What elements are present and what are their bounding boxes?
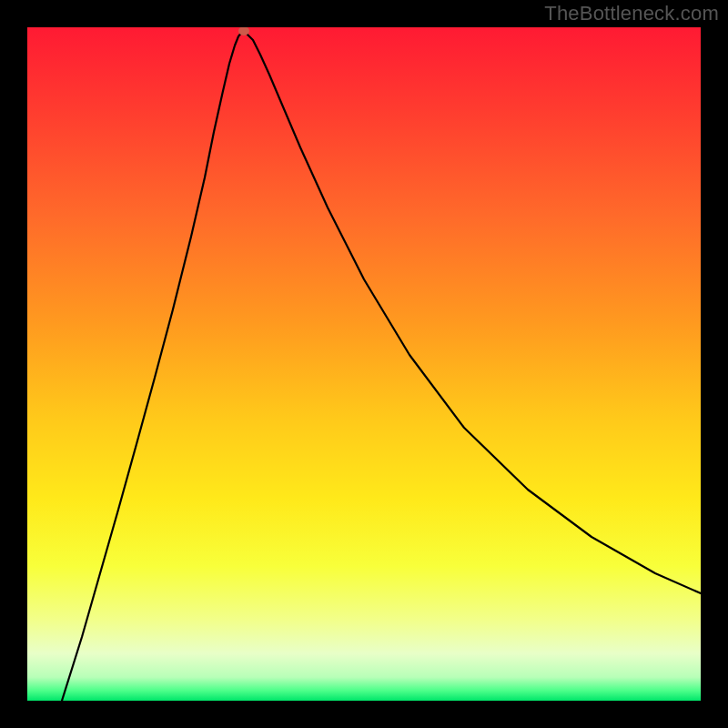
chart-plot-area (27, 27, 701, 701)
bottleneck-curve-line (62, 32, 701, 701)
watermark-text: TheBottleneck.com (544, 2, 719, 25)
chart-svg (27, 27, 701, 701)
